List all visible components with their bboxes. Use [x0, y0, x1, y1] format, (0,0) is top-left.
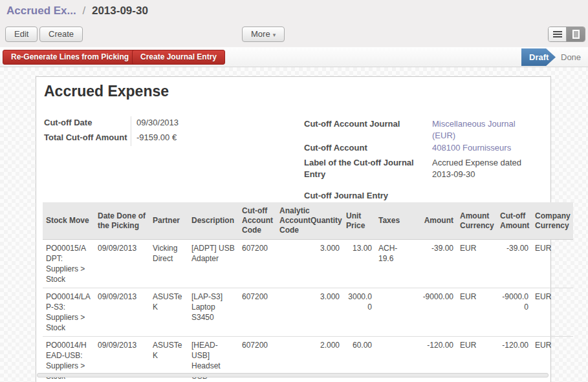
- view-switcher: [548, 27, 585, 42]
- col-header-cutoff-amount[interactable]: Cut-off Amount: [497, 202, 532, 240]
- journal-entry-label-value: Accrued Expense dated 2013-09-30: [432, 156, 536, 180]
- create-button[interactable]: Create: [39, 27, 83, 42]
- cell-quantity: 3.000: [307, 240, 343, 288]
- col-header-amount-currency[interactable]: Amount Currency: [457, 202, 497, 240]
- list-view-button[interactable]: [549, 27, 567, 41]
- status-done[interactable]: Done: [561, 47, 581, 67]
- create-journal-entry-button[interactable]: Create Journal Entry: [132, 50, 225, 65]
- field-group-right: Cut-off Account Journal Miscellaneous Jo…: [304, 118, 536, 204]
- page-title: Accrued Expense: [44, 83, 169, 100]
- more-dropdown-button[interactable]: More▾: [242, 27, 285, 42]
- list-icon: [553, 31, 562, 37]
- status-draft-arrow[interactable]: Draft: [521, 48, 556, 66]
- cell-cutoff-account-code: 607200: [239, 240, 276, 288]
- cutoff-account-journal-label: Cut-off Account Journal: [304, 118, 432, 142]
- cell-amount-currency: EUR: [457, 288, 497, 337]
- table-row[interactable]: PO00014/LAP-S3: Suppliers > Stock 09/09/…: [43, 288, 573, 337]
- cell-taxes: ACH-19.6: [375, 240, 408, 288]
- cell-partner: Vicking Direct: [149, 240, 188, 288]
- cell-description: [ADPT] USB Adapter: [188, 240, 239, 288]
- breadcrumb-separator: /: [79, 5, 89, 17]
- col-header-analytic-account-code[interactable]: Analytic Account Code: [276, 202, 307, 240]
- cutoff-date-label: Cut-off Date: [44, 116, 131, 131]
- breadcrumb-parent-link[interactable]: Accrued Ex...: [6, 5, 76, 17]
- cell-cutoff-amount: -39.00: [497, 240, 532, 288]
- cutoff-account-journal-value[interactable]: Miscellaneous Journal (EUR): [432, 118, 536, 142]
- col-header-taxes[interactable]: Taxes: [375, 202, 408, 240]
- col-header-company-currency[interactable]: Company Currency: [532, 202, 573, 240]
- edit-button[interactable]: Edit: [5, 27, 38, 42]
- col-header-amount[interactable]: Amount: [408, 202, 457, 240]
- col-header-quantity[interactable]: Quantity: [307, 202, 343, 240]
- total-cutoff-amount-value: -9159.00 €: [131, 131, 234, 146]
- breadcrumb: Accrued Ex... / 2013-09-30: [6, 5, 148, 17]
- breadcrumb-current: 2013-09-30: [92, 5, 148, 17]
- cell-amount: -39.00: [408, 240, 457, 288]
- form-icon: [572, 30, 580, 39]
- cell-amount-currency: EUR: [457, 240, 497, 288]
- table-row[interactable]: PO00015/ADPT: Suppliers > Stock 09/09/20…: [43, 240, 573, 288]
- cell-company-currency: EUR: [532, 288, 573, 337]
- form-view-button[interactable]: [567, 27, 585, 41]
- cell-quantity: 3.000: [307, 288, 343, 337]
- cutoff-account-label: Cut-off Account: [304, 142, 432, 156]
- col-header-description[interactable]: Description: [188, 202, 239, 240]
- cell-unit-price: 13.00: [343, 240, 375, 288]
- cutoff-account-value[interactable]: 408100 Fournisseurs: [432, 142, 536, 156]
- cell-partner: ASUSTeK: [149, 288, 188, 337]
- cell-company-currency: EUR: [532, 240, 573, 288]
- status-strip: Re-Generate Lines from Picking Create Jo…: [0, 47, 588, 67]
- col-header-date-done[interactable]: Date Done of the Picking: [94, 202, 149, 240]
- field-group-left: Cut-off Date 09/30/2013 Total Cut-off Am…: [44, 116, 234, 146]
- col-header-cutoff-account-code[interactable]: Cut-off Account Code: [239, 202, 276, 240]
- cell-cutoff-account-code: 607200: [239, 288, 276, 337]
- cell-amount: -9000.00: [408, 288, 457, 337]
- journal-entry-label-label: Label of the Cut-off Journal Entry: [304, 156, 432, 180]
- cell-date-done: 09/09/2013: [94, 240, 149, 288]
- horizontal-scrollbar[interactable]: [37, 373, 549, 377]
- cell-analytic-account-code: [276, 288, 307, 337]
- top-toolbar: Accrued Ex... / 2013-09-30 Edit Create M…: [0, 0, 588, 47]
- cell-unit-price: 3000.00: [343, 288, 375, 337]
- col-header-stock-move[interactable]: Stock Move: [43, 202, 94, 240]
- cutoff-lines-table: Stock Move Date Done of the Picking Part…: [43, 202, 573, 382]
- chevron-down-icon: ▾: [273, 32, 276, 38]
- odoo-window: Accrued Ex... / 2013-09-30 Edit Create M…: [0, 0, 588, 382]
- col-header-unit-price[interactable]: Unit Price: [343, 202, 375, 240]
- cutoff-date-value[interactable]: 09/30/2013: [131, 116, 234, 131]
- more-label: More: [251, 29, 270, 39]
- col-header-partner[interactable]: Partner: [149, 202, 188, 240]
- cell-cutoff-amount: -9000.00: [497, 288, 532, 337]
- cell-stock-move: PO00015/ADPT: Suppliers > Stock: [43, 240, 94, 288]
- cell-analytic-account-code: [276, 240, 307, 288]
- total-cutoff-amount-label: Total Cut-off Amount: [44, 131, 131, 146]
- cell-description: [LAP-S3] Laptop S3450: [188, 288, 239, 337]
- table-header-row: Stock Move Date Done of the Picking Part…: [43, 202, 573, 240]
- cell-taxes: [375, 288, 408, 337]
- cell-stock-move: PO00014/LAP-S3: Suppliers > Stock: [43, 288, 94, 337]
- regenerate-lines-button[interactable]: Re-Generate Lines from Picking: [3, 50, 137, 65]
- cell-date-done: 09/09/2013: [94, 288, 149, 337]
